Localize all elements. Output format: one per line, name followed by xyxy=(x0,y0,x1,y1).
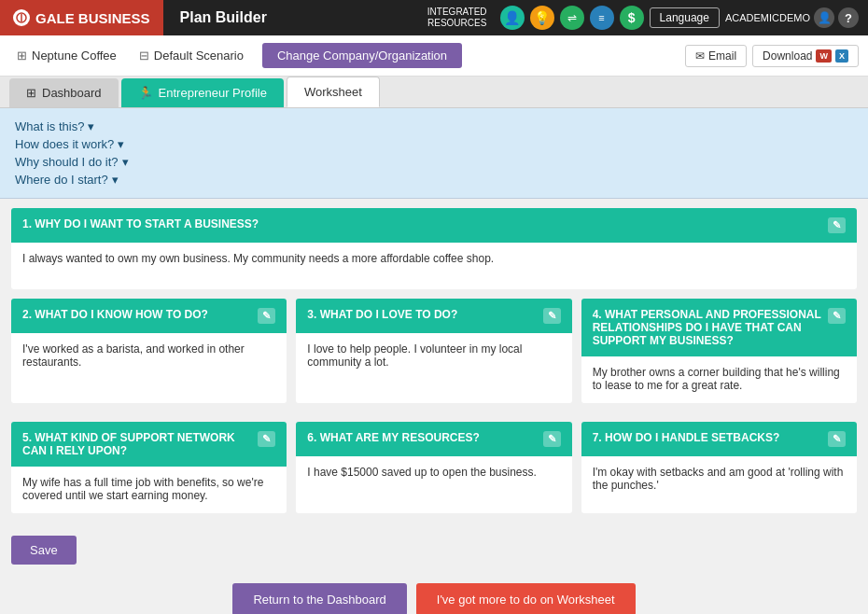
chevron-down-icon: ▾ xyxy=(112,173,119,187)
question-label-5: 5. WHAT KIND OF SUPPORT NETWORK CAN I RE… xyxy=(22,431,258,457)
what-is-this-link[interactable]: What is this? ▾ xyxy=(15,119,853,133)
edit-icon-5[interactable]: ✎ xyxy=(258,431,275,447)
question-card-2: 2. WHAT DO I KNOW HOW TO DO? ✎ I've work… xyxy=(11,299,287,403)
how-does-it-work-link[interactable]: How does it work? ▾ xyxy=(15,137,853,151)
question-header-5: 5. WHAT KIND OF SUPPORT NETWORK CAN I RE… xyxy=(11,422,287,467)
question-label-4: 4. WHAT PERSONAL AND PROFESSIONAL RELATI… xyxy=(593,308,828,347)
question-answer-1: I always wanted to own my own business. … xyxy=(11,243,857,289)
edit-icon-7[interactable]: ✎ xyxy=(828,431,846,447)
tab-worksheet[interactable]: Worksheet xyxy=(287,77,380,107)
entrepreneur-tab-icon: 🏃 xyxy=(138,86,153,100)
bottom-buttons: Return to the Dashboard I've got more to… xyxy=(11,574,857,614)
language-button[interactable]: Language xyxy=(650,7,720,28)
question-card-3: 3. WHAT DO I LOVE TO DO? ✎ I love to hel… xyxy=(296,299,571,403)
brand-logo: GALE BUSINESS xyxy=(0,0,163,35)
page-title: Plan Builder xyxy=(163,9,284,26)
user-icon[interactable]: 👤 xyxy=(814,7,834,28)
question-answer-5: My wife has a full time job with benefit… xyxy=(11,467,287,513)
tab-dashboard[interactable]: ⊞ Dashboard xyxy=(9,78,119,107)
why-should-i-link[interactable]: Why should I do it? ▾ xyxy=(15,155,853,169)
download-button[interactable]: Download W X xyxy=(752,45,859,67)
save-button[interactable]: Save xyxy=(11,536,77,565)
scenario-item: ⊟ Default Scenario xyxy=(132,45,251,66)
chevron-down-icon: ▾ xyxy=(118,137,124,151)
question-answer-3: I love to help people. I volunteer in my… xyxy=(296,333,571,380)
info-panel: What is this? ▾ How does it work? ▾ Why … xyxy=(0,108,868,199)
where-do-i-start-link[interactable]: Where do I start? ▾ xyxy=(15,173,853,187)
main-content: 1. WHY DO I WANT TO START A BUSINESS? ✎ … xyxy=(0,199,868,614)
chevron-down-icon: ▾ xyxy=(88,119,94,133)
word-icon: W xyxy=(816,49,832,63)
brand-icon xyxy=(13,9,30,26)
nav-right-area: INTEGRATED RESOURCES 👤 💡 ⇌ ≡ $ Language … xyxy=(420,6,868,30)
question-header-6: 6. WHAT ARE MY RESOURCES? ✎ xyxy=(296,422,571,456)
question-label-3: 3. WHAT DO I LOVE TO DO? xyxy=(307,308,457,321)
question-answer-4: My brother owns a corner building that h… xyxy=(581,356,857,403)
email-button[interactable]: ✉ Email xyxy=(685,45,747,67)
edit-icon-1[interactable]: ✎ xyxy=(828,217,846,233)
dollar-nav-icon[interactable]: $ xyxy=(620,6,644,30)
question-answer-2: I've worked as a barista, and worked in … xyxy=(11,333,287,380)
scenario-icon: ⊟ xyxy=(139,49,149,63)
help-icon[interactable]: ? xyxy=(838,7,859,28)
questions-row-2: 2. WHAT DO I KNOW HOW TO DO? ✎ I've work… xyxy=(11,299,857,412)
question-card-5: 5. WHAT KIND OF SUPPORT NETWORK CAN I RE… xyxy=(11,422,287,513)
question-header-1: 1. WHY DO I WANT TO START A BUSINESS? ✎ xyxy=(11,208,857,243)
question-answer-7: I'm okay with setbacks and am good at 'r… xyxy=(581,456,857,503)
document-nav-icon[interactable]: ≡ xyxy=(590,6,614,30)
edit-icon-6[interactable]: ✎ xyxy=(543,431,561,447)
top-navigation: GALE BUSINESS Plan Builder INTEGRATED RE… xyxy=(0,0,868,35)
person-nav-icon[interactable]: 👤 xyxy=(500,6,525,30)
secondary-navigation: ⊞ Neptune Coffee ⊟ Default Scenario Chan… xyxy=(0,35,868,77)
question-label-2: 2. WHAT DO I KNOW HOW TO DO? xyxy=(22,308,208,321)
integrated-resources-label: INTEGRATED RESOURCES xyxy=(420,7,495,29)
question-header-4: 4. WHAT PERSONAL AND PROFESSIONAL RELATI… xyxy=(581,299,857,356)
change-company-button[interactable]: Change Company/Organization xyxy=(262,43,462,68)
username-label: ACADEMICDEMO xyxy=(725,12,810,23)
question-label-6: 6. WHAT ARE MY RESOURCES? xyxy=(307,431,479,444)
question-card-7: 7. HOW DO I HANDLE SETBACKS? ✎ I'm okay … xyxy=(581,422,857,513)
user-area: ACADEMICDEMO 👤 ? xyxy=(725,7,859,28)
edit-icon-3[interactable]: ✎ xyxy=(543,308,561,324)
question-header-2: 2. WHAT DO I KNOW HOW TO DO? ✎ xyxy=(11,299,287,333)
questions-row-3: 5. WHAT KIND OF SUPPORT NETWORK CAN I RE… xyxy=(11,422,857,523)
return-dashboard-button[interactable]: Return to the Dashboard xyxy=(232,583,406,614)
email-icon: ✉ xyxy=(695,49,705,63)
lightbulb-nav-icon[interactable]: 💡 xyxy=(530,6,554,30)
company-name: Neptune Coffee xyxy=(32,49,117,63)
more-todo-button[interactable]: I've got more to do on Worksheet xyxy=(416,583,636,614)
excel-icon: X xyxy=(835,49,848,63)
dashboard-tab-icon: ⊞ xyxy=(26,86,36,100)
question-card-1: 1. WHY DO I WANT TO START A BUSINESS? ✎ … xyxy=(11,208,857,289)
tab-entrepreneur-profile[interactable]: 🏃 Entrepreneur Profile xyxy=(121,78,284,107)
chevron-down-icon: ▾ xyxy=(122,155,129,169)
action-buttons: ✉ Email Download W X xyxy=(685,45,859,67)
question-card-6: 6. WHAT ARE MY RESOURCES? ✎ I have $1500… xyxy=(296,422,571,513)
question-header-7: 7. HOW DO I HANDLE SETBACKS? ✎ xyxy=(581,422,857,456)
question-answer-6: I have $15000 saved up to open the busin… xyxy=(296,456,571,503)
brand-name: GALE BUSINESS xyxy=(35,10,150,26)
question-label-7: 7. HOW DO I HANDLE SETBACKS? xyxy=(593,431,780,444)
edit-icon-2[interactable]: ✎ xyxy=(258,308,275,324)
question-header-3: 3. WHAT DO I LOVE TO DO? ✎ xyxy=(296,299,571,333)
question-card-4: 4. WHAT PERSONAL AND PROFESSIONAL RELATI… xyxy=(581,299,857,403)
tab-bar: ⊞ Dashboard 🏃 Entrepreneur Profile Works… xyxy=(0,77,868,108)
edit-icon-4[interactable]: ✎ xyxy=(828,308,846,324)
company-item: ⊞ Neptune Coffee xyxy=(9,45,124,66)
company-icon: ⊞ xyxy=(17,49,27,63)
arrows-nav-icon[interactable]: ⇌ xyxy=(560,6,584,30)
question-label-1: 1. WHY DO I WANT TO START A BUSINESS? xyxy=(22,217,259,230)
scenario-name: Default Scenario xyxy=(154,49,244,63)
